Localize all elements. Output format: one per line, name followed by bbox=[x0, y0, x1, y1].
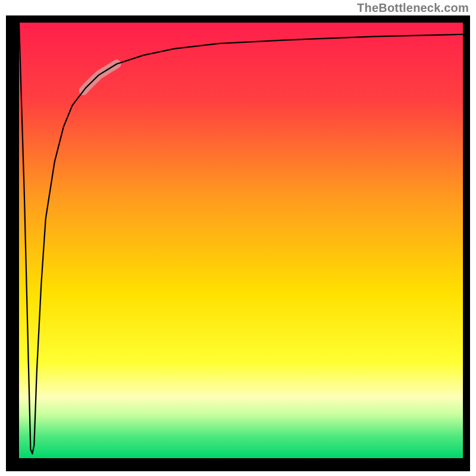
bottleneck-curve bbox=[19, 23, 463, 454]
curve-highlight-segment bbox=[83, 64, 117, 91]
plot-area bbox=[19, 23, 463, 458]
attribution-watermark: TheBottleneck.com bbox=[357, 1, 469, 15]
plot-frame bbox=[6, 15, 470, 471]
chart-stage: TheBottleneck.com bbox=[0, 0, 476, 476]
curve-layer bbox=[19, 23, 463, 458]
